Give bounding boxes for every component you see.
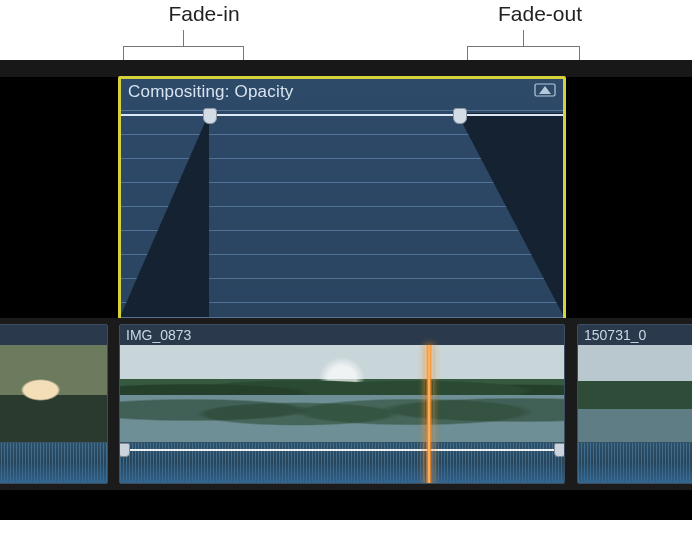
- clip-audio-lane[interactable]: [120, 442, 564, 483]
- clip-neighbor-right[interactable]: 150731_0: [577, 324, 692, 484]
- video-animation-effect-name: Compositing: Opacity: [128, 82, 294, 102]
- audio-waveform: [0, 443, 107, 483]
- clip-audio-lane[interactable]: [578, 442, 692, 483]
- clip-name-label: IMG_0873: [126, 327, 558, 343]
- clip-thumbnail: [578, 345, 692, 445]
- clip-neighbor-left[interactable]: [0, 324, 108, 484]
- svg-marker-1: [539, 86, 551, 94]
- audio-waveform: [578, 443, 692, 483]
- video-animation-panel[interactable]: Compositing: Opacity: [119, 77, 565, 318]
- audio-level-line[interactable]: [120, 449, 564, 451]
- fade-in-region[interactable]: [120, 113, 209, 317]
- annotation-fade-out-label: Fade-out: [480, 2, 600, 26]
- timeline-editor-area: Compositing: Opacity IM: [0, 60, 692, 520]
- opacity-level-line[interactable]: [120, 114, 564, 116]
- annotation-fade-in-label: Fade-in: [154, 2, 254, 26]
- clip-selected[interactable]: IMG_0873: [119, 324, 565, 484]
- clip-name-label: 150731_0: [584, 327, 692, 343]
- clip-thumbnail: [120, 345, 564, 445]
- animation-menu-icon[interactable]: [534, 82, 556, 98]
- clip-audio-lane[interactable]: [0, 442, 107, 483]
- anno-fadeout-bar: [467, 46, 579, 47]
- anno-fadein-bar: [123, 46, 243, 47]
- audio-fade-out-handle[interactable]: [554, 443, 565, 457]
- fade-out-handle[interactable]: [453, 108, 467, 124]
- fade-out-region[interactable]: [457, 113, 564, 317]
- audio-fade-in-handle[interactable]: [119, 443, 130, 457]
- timeline-track[interactable]: IMG_0873 150731_0: [0, 318, 692, 490]
- fade-in-handle[interactable]: [203, 108, 217, 124]
- anno-fadein-stem: [183, 30, 184, 46]
- editor-bottom-band: [0, 490, 692, 520]
- clip-thumbnail: [0, 345, 107, 445]
- anno-fadeout-stem: [523, 30, 524, 46]
- editor-top-band: [0, 60, 692, 77]
